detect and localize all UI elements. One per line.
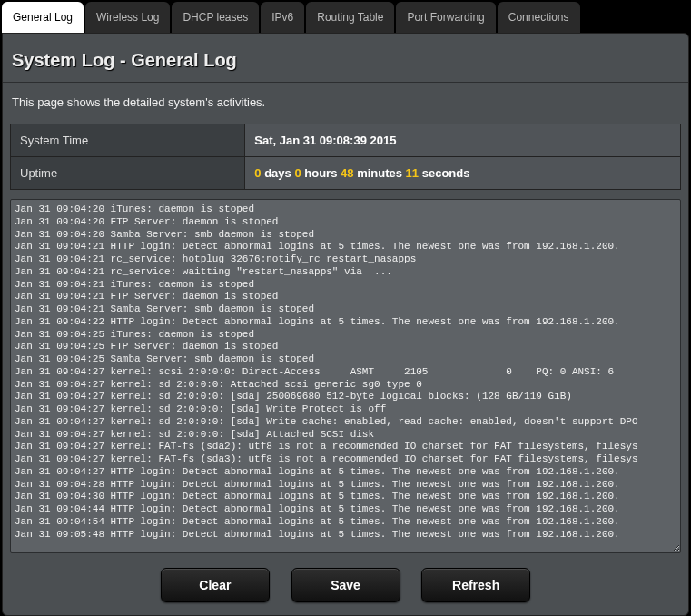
tab-connections[interactable]: Connections (498, 2, 580, 33)
log-textarea[interactable]: Jan 31 09:04:20 iTunes: daemon is stoped… (10, 199, 681, 553)
tab-wireless-log[interactable]: Wireless Log (85, 2, 170, 33)
clear-button[interactable]: Clear (161, 568, 270, 602)
tab-routing-table[interactable]: Routing Table (306, 2, 394, 33)
system-time-label: System Time (11, 124, 245, 157)
tab-ipv6[interactable]: IPv6 (261, 2, 304, 33)
tab-port-forwarding[interactable]: Port Forwarding (396, 2, 495, 33)
page-description: This page shows the detailed system's ac… (3, 83, 688, 124)
uptime-days-word: days (264, 166, 291, 180)
tab-dhcp-leases[interactable]: DHCP leases (172, 2, 259, 33)
main-panel: System Log - General Log This page shows… (2, 33, 689, 616)
system-time-value: Sat, Jan 31 09:08:39 2015 (245, 124, 681, 157)
uptime-days: 0 (254, 166, 261, 180)
uptime-hours: 0 (294, 166, 301, 180)
uptime-seconds-word: seconds (422, 166, 470, 180)
uptime-minutes: 48 (341, 166, 353, 180)
uptime-minutes-word: minutes (357, 166, 402, 180)
tab-bar: General Log Wireless Log DHCP leases IPv… (0, 0, 691, 33)
refresh-button[interactable]: Refresh (421, 568, 530, 602)
uptime-label: Uptime (11, 157, 245, 190)
save-button[interactable]: Save (291, 568, 400, 602)
tab-general-log[interactable]: General Log (2, 2, 84, 33)
uptime-hours-word: hours (304, 166, 337, 180)
uptime-seconds: 11 (406, 166, 419, 180)
uptime-value: 0 days 0 hours 48 minutes 11 seconds (245, 157, 681, 190)
page-title: System Log - General Log (3, 34, 688, 83)
info-table: System Time Sat, Jan 31 09:08:39 2015 Up… (10, 124, 681, 190)
button-row: Clear Save Refresh (3, 561, 688, 606)
